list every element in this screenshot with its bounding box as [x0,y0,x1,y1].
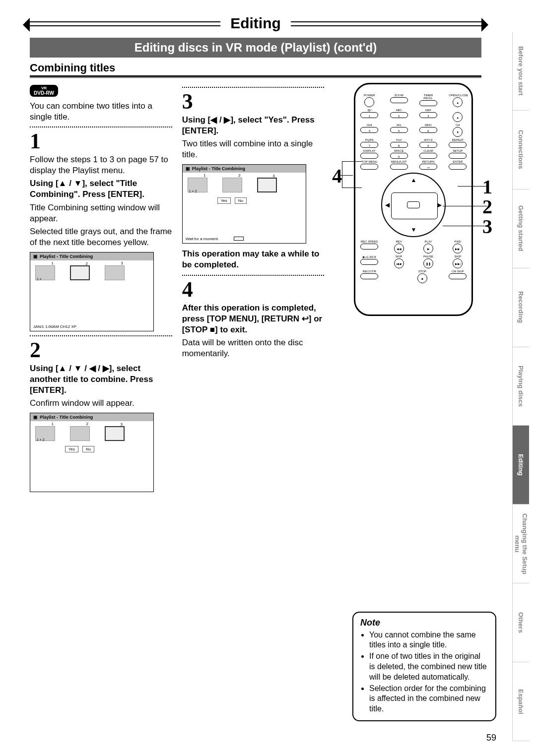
note-item: If one of two titles in the original is … [369,651,488,682]
step2-p1: Confirm window will appear. [30,398,172,409]
setup-button [449,153,467,159]
tab-before-you-start: Before you start [512,32,529,111]
step4-b1: After this operation is completed, press… [182,303,325,335]
thumb-3: 3 [105,426,125,441]
rec-speed-button [360,244,378,250]
tab-connections: Connections [512,111,529,189]
ch-down: ▼ [453,127,463,137]
stop-button: ■ [417,273,427,283]
arrow-up-icon: ▲ [410,177,416,184]
column-middle: 3 Using [◀ / ▶], select "Yes". Press [EN… [182,83,325,492]
fwd-button: ▶▶ [453,244,463,253]
step-4-number: 4 [182,279,325,301]
step1-b1: Using [▲ / ▼], select "Title Combining".… [30,178,172,200]
key-9: 9 [419,142,437,148]
step4-p1: Data will be written onto the disc momen… [182,337,325,359]
tab-others: Others [512,583,529,662]
thumb-1: 11 + 2 [188,178,207,192]
key-4: 4 [360,127,378,133]
zoom-button [390,97,408,103]
repeat-button [449,142,467,148]
thumb-1: 11 + [35,265,55,280]
step1-p3: Selected title grays out, and the frame … [30,226,172,248]
arrow-left-icon: ◀ [385,201,390,208]
step1-p1: Follow the steps 1 to 3 on page 57 to di… [30,154,172,176]
menu-list-button [390,164,408,170]
step-1-number: 1 [30,130,172,152]
progress-icon [234,237,244,241]
step-3-number: 3 [182,91,325,113]
screen-step1: ▣Playlist - Title Combining 11 + 2 3 JAN… [30,252,154,331]
step-2-number: 2 [30,339,172,361]
no-option: No [82,446,94,452]
power-button [364,97,374,107]
tab-changing-setup: Changing the Setup menu [512,504,529,583]
callout-3: 3 [482,215,492,238]
yes-option: Yes [217,197,231,204]
thumb-1: 11 + 2 [35,426,55,441]
arrow-down-icon: ▼ [410,226,416,233]
step1-p2: Title Combining setting window will appe… [30,202,172,224]
return-button: ↩ [419,164,437,170]
tab-espanol: Español [512,662,529,741]
key-6: 6 [419,127,437,133]
chapter-banner: Editing [30,15,481,33]
key-7: 7 [360,142,378,148]
screen-step3: ▣Playlist - Title Combining 11 + 2 2 3 Y… [182,164,306,244]
enter-button [449,164,467,170]
note-box: Note You cannot combine the same titles … [352,612,496,721]
key-0: 0 [390,153,408,159]
thumb-2: 2 [222,178,242,192]
bracket-4 [342,161,362,188]
note-item: Selection order for the combining is aff… [369,684,488,714]
rev-button: ◀◀ [394,244,404,253]
step3-b1: Using [◀ / ▶], select "Yes". Press [ENTE… [182,115,325,136]
note-item: You cannot combine the same titles into … [369,630,488,651]
skip-back-button: |◀◀ [394,258,404,268]
skip-fwd-button: ▶▶| [453,258,463,268]
folder-icon: ▣ [33,415,38,420]
enter-center [407,201,420,208]
key-2: 2 [390,112,408,118]
arrow-right-icon: ▶ [437,201,442,208]
folder-icon: ▣ [186,166,190,171]
timer-button [419,100,437,106]
top-menu-button [360,164,378,170]
section-title: Combining titles [30,62,481,77]
page-number: 59 [486,733,496,743]
yes-option: Yes [65,446,78,452]
key-1: 1 [360,112,378,118]
key-5: 5 [390,127,408,133]
step3-b2: This operation may take a while to be co… [182,249,325,270]
thumb-3: 3 [257,178,277,192]
thumb-2: 2 [70,265,90,280]
dvd-rw-badge: VR DVD-RW [30,85,58,97]
section-tabs: Before you start Connections Getting sta… [512,32,529,741]
ch-up: ▲ [453,112,463,122]
tab-editing: Editing [512,426,529,504]
tab-recording: Recording [512,268,529,347]
display-button [360,153,378,159]
tab-getting-started: Getting started [512,189,529,268]
no-option: No [235,197,247,204]
pause-button: ❚❚ [423,258,433,268]
column-left: VR DVD-RW You can combine two titles int… [30,83,172,492]
page: Editing Editing discs in VR mode (Playli… [0,0,536,756]
step3-p1: Two titles will combine into a single ti… [182,138,325,160]
tab-playing-discs: Playing discs [512,347,529,426]
open-close-button: ▲ [453,97,463,107]
screen-step2: ▣Playlist - Title Combining 11 + 2 2 3 Y… [30,413,154,492]
subtitle-bar: Editing discs in VR mode (Playlist) (con… [30,38,481,58]
callout-4: 4 [332,164,342,188]
speed-button [360,259,378,265]
play-button: ▶ [423,244,433,253]
thumb-3: 3 [105,265,125,280]
folder-icon: ▣ [33,254,38,259]
key-8: 8 [390,142,408,148]
remote-diagram: POWER ZOOM TIMER PROG. OPEN/CLOSE▲ .@/:1… [339,83,481,492]
clear-button [419,153,437,159]
note-title: Note [360,618,488,628]
step2-b1: Using [▲ / ▼ / ◀ / ▶], select another ti… [30,363,172,396]
d-pad: ▲ ▼ ◀ ▶ [381,173,446,237]
thumb-2: 2 [70,426,90,441]
